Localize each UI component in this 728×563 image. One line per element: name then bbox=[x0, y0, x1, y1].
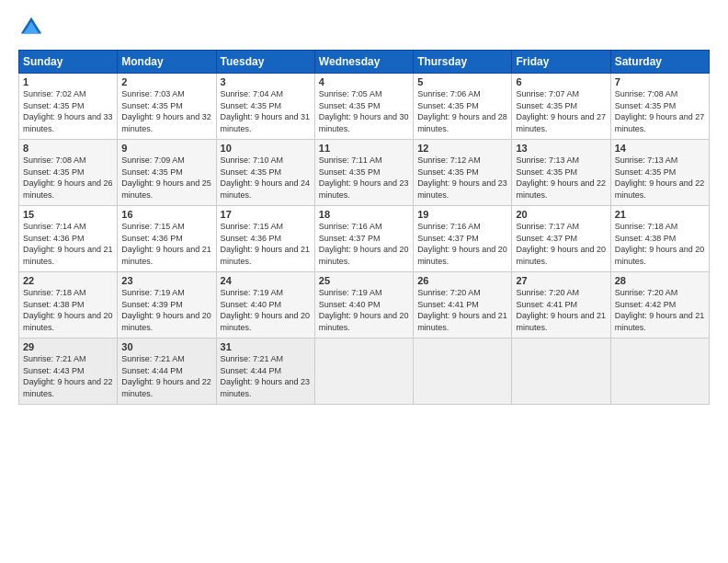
day-info: Sunrise: 7:20 AM Sunset: 4:41 PM Dayligh… bbox=[516, 287, 606, 333]
column-header-wednesday: Wednesday bbox=[314, 51, 413, 74]
day-info: Sunrise: 7:21 AM Sunset: 4:44 PM Dayligh… bbox=[121, 353, 211, 399]
day-number: 14 bbox=[615, 143, 705, 154]
column-header-tuesday: Tuesday bbox=[216, 51, 314, 74]
day-info: Sunrise: 7:19 AM Sunset: 4:40 PM Dayligh… bbox=[221, 287, 311, 333]
day-number: 4 bbox=[319, 76, 409, 87]
day-info: Sunrise: 7:10 AM Sunset: 4:35 PM Dayligh… bbox=[221, 155, 311, 201]
calendar-cell: 17 Sunrise: 7:15 AM Sunset: 4:36 PM Dayl… bbox=[216, 206, 314, 272]
calendar-body: 1 Sunrise: 7:02 AM Sunset: 4:35 PM Dayli… bbox=[19, 74, 710, 405]
calendar-cell: 23 Sunrise: 7:19 AM Sunset: 4:39 PM Dayl… bbox=[118, 272, 216, 339]
day-number: 27 bbox=[516, 275, 606, 286]
day-info: Sunrise: 7:16 AM Sunset: 4:37 PM Dayligh… bbox=[319, 221, 409, 267]
calendar-cell: 20 Sunrise: 7:17 AM Sunset: 4:37 PM Dayl… bbox=[512, 206, 610, 272]
calendar-cell: 27 Sunrise: 7:20 AM Sunset: 4:41 PM Dayl… bbox=[512, 272, 610, 339]
day-number: 6 bbox=[516, 76, 606, 87]
week-row: 29 Sunrise: 7:21 AM Sunset: 4:43 PM Dayl… bbox=[19, 339, 710, 405]
day-number: 2 bbox=[121, 76, 211, 87]
calendar-cell: 14 Sunrise: 7:13 AM Sunset: 4:35 PM Dayl… bbox=[610, 140, 709, 206]
day-number: 22 bbox=[23, 275, 113, 286]
day-number: 13 bbox=[516, 143, 606, 154]
column-header-saturday: Saturday bbox=[610, 51, 709, 74]
calendar-cell: 29 Sunrise: 7:21 AM Sunset: 4:43 PM Dayl… bbox=[19, 339, 118, 405]
day-info: Sunrise: 7:18 AM Sunset: 4:38 PM Dayligh… bbox=[615, 221, 705, 267]
day-number: 1 bbox=[23, 76, 113, 87]
week-row: 15 Sunrise: 7:14 AM Sunset: 4:36 PM Dayl… bbox=[19, 206, 710, 272]
day-info: Sunrise: 7:03 AM Sunset: 4:35 PM Dayligh… bbox=[121, 88, 211, 134]
day-info: Sunrise: 7:19 AM Sunset: 4:39 PM Dayligh… bbox=[121, 287, 211, 333]
calendar-cell: 9 Sunrise: 7:09 AM Sunset: 4:35 PM Dayli… bbox=[118, 140, 216, 206]
day-info: Sunrise: 7:09 AM Sunset: 4:35 PM Dayligh… bbox=[121, 155, 211, 201]
logo bbox=[18, 15, 48, 40]
day-number: 31 bbox=[221, 341, 311, 352]
calendar-cell bbox=[414, 339, 512, 405]
page: SundayMondayTuesdayWednesdayThursdayFrid… bbox=[0, 0, 728, 563]
day-info: Sunrise: 7:08 AM Sunset: 4:35 PM Dayligh… bbox=[615, 88, 705, 134]
day-number: 21 bbox=[615, 209, 705, 220]
day-info: Sunrise: 7:12 AM Sunset: 4:35 PM Dayligh… bbox=[417, 155, 507, 201]
day-number: 15 bbox=[23, 209, 113, 220]
day-info: Sunrise: 7:04 AM Sunset: 4:35 PM Dayligh… bbox=[221, 88, 311, 134]
day-info: Sunrise: 7:11 AM Sunset: 4:35 PM Dayligh… bbox=[319, 155, 409, 201]
calendar-cell: 13 Sunrise: 7:13 AM Sunset: 4:35 PM Dayl… bbox=[512, 140, 610, 206]
day-number: 12 bbox=[417, 143, 507, 154]
day-number: 11 bbox=[319, 143, 409, 154]
day-info: Sunrise: 7:17 AM Sunset: 4:37 PM Dayligh… bbox=[516, 221, 606, 267]
calendar-cell: 22 Sunrise: 7:18 AM Sunset: 4:38 PM Dayl… bbox=[19, 272, 118, 339]
header-row: SundayMondayTuesdayWednesdayThursdayFrid… bbox=[19, 51, 710, 74]
day-info: Sunrise: 7:16 AM Sunset: 4:37 PM Dayligh… bbox=[417, 221, 507, 267]
day-number: 9 bbox=[121, 143, 211, 154]
calendar-cell: 8 Sunrise: 7:08 AM Sunset: 4:35 PM Dayli… bbox=[19, 140, 118, 206]
calendar-table: SundayMondayTuesdayWednesdayThursdayFrid… bbox=[18, 50, 710, 405]
calendar-cell: 16 Sunrise: 7:15 AM Sunset: 4:36 PM Dayl… bbox=[118, 206, 216, 272]
column-header-monday: Monday bbox=[118, 51, 216, 74]
day-info: Sunrise: 7:21 AM Sunset: 4:43 PM Dayligh… bbox=[23, 353, 113, 399]
day-number: 23 bbox=[121, 275, 211, 286]
column-header-sunday: Sunday bbox=[19, 51, 118, 74]
week-row: 22 Sunrise: 7:18 AM Sunset: 4:38 PM Dayl… bbox=[19, 272, 710, 339]
day-number: 7 bbox=[615, 76, 705, 87]
day-number: 3 bbox=[221, 76, 311, 87]
calendar-cell: 4 Sunrise: 7:05 AM Sunset: 4:35 PM Dayli… bbox=[314, 74, 413, 140]
day-number: 20 bbox=[516, 209, 606, 220]
day-info: Sunrise: 7:13 AM Sunset: 4:35 PM Dayligh… bbox=[516, 155, 606, 201]
day-number: 29 bbox=[23, 341, 113, 352]
day-info: Sunrise: 7:13 AM Sunset: 4:35 PM Dayligh… bbox=[615, 155, 705, 201]
column-header-thursday: Thursday bbox=[414, 51, 512, 74]
day-info: Sunrise: 7:19 AM Sunset: 4:40 PM Dayligh… bbox=[319, 287, 409, 333]
calendar-cell: 31 Sunrise: 7:21 AM Sunset: 4:44 PM Dayl… bbox=[216, 339, 314, 405]
calendar-cell bbox=[314, 339, 413, 405]
calendar-cell: 3 Sunrise: 7:04 AM Sunset: 4:35 PM Dayli… bbox=[216, 74, 314, 140]
day-number: 8 bbox=[23, 143, 113, 154]
calendar-cell: 25 Sunrise: 7:19 AM Sunset: 4:40 PM Dayl… bbox=[314, 272, 413, 339]
day-info: Sunrise: 7:08 AM Sunset: 4:35 PM Dayligh… bbox=[23, 155, 113, 201]
day-number: 17 bbox=[221, 209, 311, 220]
day-info: Sunrise: 7:15 AM Sunset: 4:36 PM Dayligh… bbox=[221, 221, 311, 267]
day-number: 16 bbox=[121, 209, 211, 220]
calendar-cell bbox=[610, 339, 709, 405]
day-number: 25 bbox=[319, 275, 409, 286]
calendar-cell: 5 Sunrise: 7:06 AM Sunset: 4:35 PM Dayli… bbox=[414, 74, 512, 140]
day-number: 28 bbox=[615, 275, 705, 286]
calendar-cell: 2 Sunrise: 7:03 AM Sunset: 4:35 PM Dayli… bbox=[118, 74, 216, 140]
day-number: 26 bbox=[417, 275, 507, 286]
day-number: 18 bbox=[319, 209, 409, 220]
calendar-cell: 6 Sunrise: 7:07 AM Sunset: 4:35 PM Dayli… bbox=[512, 74, 610, 140]
calendar-cell: 30 Sunrise: 7:21 AM Sunset: 4:44 PM Dayl… bbox=[118, 339, 216, 405]
day-info: Sunrise: 7:18 AM Sunset: 4:38 PM Dayligh… bbox=[23, 287, 113, 333]
calendar-cell bbox=[512, 339, 610, 405]
day-number: 24 bbox=[221, 275, 311, 286]
day-number: 30 bbox=[121, 341, 211, 352]
calendar-cell: 28 Sunrise: 7:20 AM Sunset: 4:42 PM Dayl… bbox=[610, 272, 709, 339]
logo-icon bbox=[18, 15, 44, 40]
day-info: Sunrise: 7:06 AM Sunset: 4:35 PM Dayligh… bbox=[417, 88, 507, 134]
day-info: Sunrise: 7:20 AM Sunset: 4:41 PM Dayligh… bbox=[417, 287, 507, 333]
calendar-cell: 19 Sunrise: 7:16 AM Sunset: 4:37 PM Dayl… bbox=[414, 206, 512, 272]
day-info: Sunrise: 7:02 AM Sunset: 4:35 PM Dayligh… bbox=[23, 88, 113, 134]
calendar-header: SundayMondayTuesdayWednesdayThursdayFrid… bbox=[19, 51, 710, 74]
calendar-cell: 12 Sunrise: 7:12 AM Sunset: 4:35 PM Dayl… bbox=[414, 140, 512, 206]
day-info: Sunrise: 7:05 AM Sunset: 4:35 PM Dayligh… bbox=[319, 88, 409, 134]
day-info: Sunrise: 7:14 AM Sunset: 4:36 PM Dayligh… bbox=[23, 221, 113, 267]
week-row: 8 Sunrise: 7:08 AM Sunset: 4:35 PM Dayli… bbox=[19, 140, 710, 206]
column-header-friday: Friday bbox=[512, 51, 610, 74]
calendar-cell: 26 Sunrise: 7:20 AM Sunset: 4:41 PM Dayl… bbox=[414, 272, 512, 339]
